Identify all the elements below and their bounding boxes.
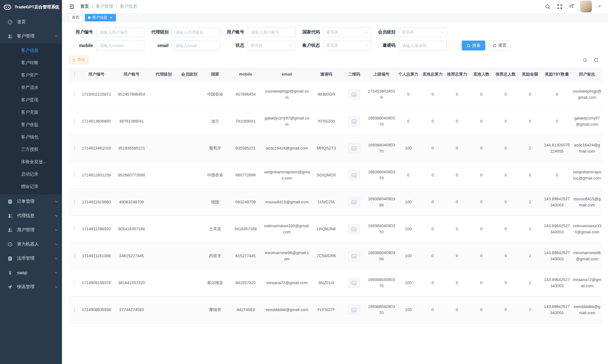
sidebar-subitem-客户提现[interactable]: 客户提现 bbox=[0, 93, 62, 106]
filter-input-代理级别[interactable] bbox=[175, 30, 217, 35]
sidebar-item-首页[interactable]: 首页 bbox=[0, 15, 62, 29]
row-checkbox[interactable] bbox=[74, 280, 75, 285]
tab-label: 首页 bbox=[72, 15, 79, 20]
cell-referral_power: 0 bbox=[445, 297, 469, 323]
sidebar-item-客户管理[interactable]: 客户管理 bbox=[0, 29, 62, 43]
row-checkbox[interactable] bbox=[74, 253, 75, 258]
table-row: 171491360669048791089041波兰791089041galak… bbox=[69, 108, 602, 135]
chevron-down-icon bbox=[55, 271, 58, 275]
export-button[interactable]: 导出 bbox=[69, 56, 88, 64]
tab-客户信息[interactable]: 客户信息 bbox=[85, 14, 116, 21]
sidebar-subitem-体验金发放...[interactable]: 体验金发放... bbox=[0, 155, 62, 168]
sidebar-item-用户管理[interactable]: 用户管理 bbox=[0, 223, 62, 237]
image-placeholder-icon bbox=[351, 253, 357, 259]
chevron-down-icon bbox=[55, 214, 58, 218]
cell-user_flag: eeeddddiiiii@gmail.com bbox=[572, 297, 602, 323]
cell-direct_power: 0 bbox=[421, 108, 445, 135]
table-refresh-icon[interactable] bbox=[594, 58, 599, 63]
sidebar-item-算力机器人[interactable]: 算力机器人 bbox=[0, 237, 62, 251]
qr-image-placeholder[interactable] bbox=[349, 305, 360, 314]
user-menu-caret-icon[interactable] bbox=[598, 6, 601, 7]
breadcrumb-item[interactable]: 客户信息 bbox=[120, 4, 137, 9]
search-button[interactable]: 搜索 bbox=[462, 41, 485, 50]
cell-reward_tbt: 143.89642527343003 bbox=[542, 270, 572, 297]
sidebar-subitem-客户转账[interactable]: 客户转账 bbox=[0, 56, 62, 69]
filter-代理级别: 代理级别 bbox=[144, 27, 220, 37]
close-icon[interactable] bbox=[110, 16, 113, 19]
qr-image-placeholder[interactable] bbox=[349, 251, 360, 261]
qr-image-placeholder[interactable] bbox=[349, 90, 360, 99]
tab-首页[interactable]: 首页 bbox=[69, 14, 82, 21]
sidebar-subitem-客户信息[interactable]: 客户信息 bbox=[0, 44, 62, 56]
row-checkbox[interactable] bbox=[74, 119, 75, 124]
sidebar-submenu: 客户信息客户转账客户资产资产流水客户提现客户充值客户收益客户钱包三方授权体验金发… bbox=[0, 43, 62, 194]
cell-referral_count: 0 bbox=[493, 297, 518, 323]
qr-image-placeholder[interactable] bbox=[349, 278, 360, 288]
filter-select-会员级别[interactable]: 请选择 bbox=[399, 27, 447, 37]
sidebar-subitem-客户钱包[interactable]: 客户钱包 bbox=[0, 131, 62, 143]
sidebar-subitem-三方授权[interactable]: 三方授权 bbox=[0, 143, 62, 155]
row-checkbox[interactable] bbox=[74, 172, 75, 178]
font-size-icon[interactable]: TT bbox=[569, 3, 574, 10]
qr-image-placeholder[interactable] bbox=[349, 117, 360, 126]
select-all-checkbox[interactable] bbox=[74, 72, 75, 77]
sidebar-item-订单管理[interactable]: 订单管理 bbox=[0, 194, 62, 209]
cell-member_level bbox=[176, 162, 202, 189]
row-checkbox[interactable] bbox=[74, 199, 75, 205]
filter-input-邀请码[interactable] bbox=[402, 43, 444, 48]
cell-reward_amount: 2 bbox=[518, 135, 542, 162]
filter-input-用户编号[interactable] bbox=[99, 30, 141, 35]
qr-image-placeholder[interactable] bbox=[349, 197, 360, 207]
fullscreen-icon[interactable] bbox=[557, 4, 563, 10]
sidebar-subitem-赠金记录[interactable]: 赠金记录 bbox=[0, 180, 62, 193]
cell-reward_tbt: 0 bbox=[542, 162, 572, 189]
sidebar-subitem-客户资产[interactable]: 客户资产 bbox=[0, 69, 62, 81]
qr-image-placeholder[interactable] bbox=[349, 224, 360, 234]
sidebar-item-代理信息[interactable]: 代理信息 bbox=[0, 209, 62, 223]
qr-image-placeholder[interactable] bbox=[349, 144, 360, 153]
cell-user_id: 1714911161086 bbox=[80, 243, 112, 270]
cell-agent_level bbox=[151, 216, 177, 243]
cell-invite_code: 7C5WDR6 bbox=[311, 243, 341, 270]
sidebar-subitem-启动记录[interactable]: 启动记录 bbox=[0, 168, 62, 180]
reset-button[interactable]: 重置 bbox=[489, 41, 510, 50]
filter-select-国家代码[interactable]: 请选择 bbox=[323, 27, 371, 37]
sidebar-item-法币管理[interactable]: 法币管理 bbox=[0, 251, 62, 266]
table-search-toggle-icon[interactable] bbox=[583, 58, 588, 63]
avatar[interactable] bbox=[580, 1, 592, 12]
sidebar-subitem-资产流水[interactable]: 资产流水 bbox=[0, 81, 62, 93]
cell-user_flag: msusu6415@gmail.com bbox=[572, 189, 602, 216]
breadcrumb-item[interactable]: 客户管理 bbox=[96, 4, 113, 9]
select-placeholder: 请选择 bbox=[326, 43, 364, 48]
cell-mobile: 5418357168 bbox=[228, 216, 263, 243]
filter-input-mobile[interactable] bbox=[99, 43, 141, 48]
cell-member_level bbox=[176, 81, 202, 108]
breadcrumb-item[interactable]: 首页 bbox=[80, 4, 89, 9]
filter-select-状态[interactable]: 请选择 bbox=[247, 41, 296, 50]
breadcrumb: 首页/客户管理/客户信息 bbox=[80, 4, 137, 9]
row-checkbox[interactable] bbox=[74, 145, 75, 151]
cell-direct_count: 0 bbox=[469, 162, 494, 189]
cell-direct_power: 0 bbox=[421, 162, 445, 189]
cell-account: 381641557320 bbox=[112, 270, 151, 297]
filter-input-用户账号[interactable] bbox=[250, 30, 293, 35]
cell-mobile: 063248709 bbox=[228, 189, 263, 216]
cell-direct_count: 0 bbox=[469, 108, 494, 135]
row-select-cell bbox=[69, 297, 80, 323]
cell-parent_id: 16938804090370 bbox=[367, 162, 396, 189]
search-icon[interactable] bbox=[545, 4, 551, 10]
cell-user_id: 1714911288920 bbox=[80, 216, 112, 243]
sidebar-item-快讯管理[interactable]: 快讯管理 bbox=[0, 280, 62, 294]
sidebar-subitem-客户收益[interactable]: 客户收益 bbox=[0, 118, 62, 131]
filter-input-email[interactable] bbox=[175, 43, 217, 48]
sidebar-subitem-客户充值[interactable]: 客户充值 bbox=[0, 106, 62, 118]
filter-select-账户状态[interactable]: 请选择 bbox=[323, 41, 371, 50]
sidebar-item-swap[interactable]: swap bbox=[0, 266, 62, 280]
row-checkbox[interactable] bbox=[74, 226, 75, 232]
menu-fold-icon[interactable] bbox=[69, 4, 75, 10]
sidebar-item-label: 客户管理 bbox=[17, 33, 55, 39]
row-checkbox[interactable] bbox=[74, 92, 75, 97]
qr-image-placeholder[interactable] bbox=[349, 171, 360, 180]
filter-input-wrap bbox=[172, 27, 220, 37]
row-checkbox[interactable] bbox=[74, 307, 75, 312]
